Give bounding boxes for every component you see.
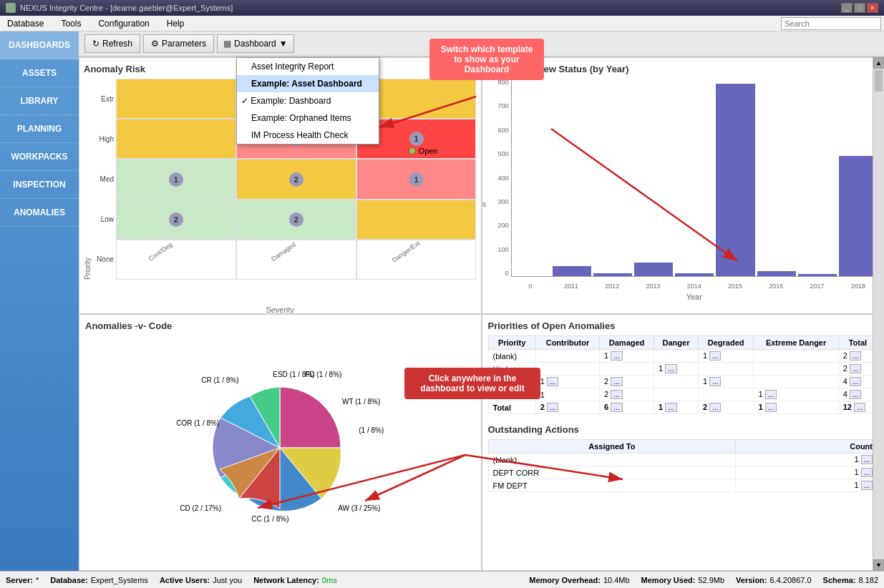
- pie-label-cd: CD (2 / 17%): [180, 504, 221, 512]
- count-btn[interactable]: ...: [861, 455, 873, 464]
- table-row: High 1 ... 2 ...: [488, 363, 878, 376]
- total-btn[interactable]: ...: [854, 403, 865, 412]
- menu-configuration[interactable]: Configuration: [94, 17, 153, 30]
- pie-label-wt: WT (1 / 8%): [342, 398, 380, 406]
- dropdown-item-asset-integrity[interactable]: Asset Integrity Report: [237, 58, 379, 75]
- status-server: Server: *: [6, 576, 39, 584]
- extreme-danger-cell: [754, 363, 838, 376]
- col-contributor: Contributor: [535, 336, 599, 350]
- count-btn[interactable]: ...: [861, 468, 873, 477]
- priority-cell: Medium: [488, 388, 535, 401]
- priorities-panel[interactable]: Priorities of Open Anomalies Priority Co…: [482, 314, 885, 571]
- total-cell: 12 ...: [838, 401, 877, 414]
- count-cell: 1 ...: [736, 466, 878, 479]
- sidebar-item-dashboards[interactable]: DASHBOARDS: [0, 31, 79, 59]
- sidebar-item-planning[interactable]: PLANNING: [0, 115, 79, 143]
- col-degraded: Degraded: [698, 336, 753, 350]
- pie-label-cr: CR (1 / 8%): [201, 376, 238, 384]
- app-body: DASHBOARDS ASSETS LIBRARY PLANNING WORKP…: [0, 31, 884, 571]
- assigned-to-cell: FM DEPT: [488, 479, 736, 492]
- total-btn[interactable]: ...: [850, 351, 861, 361]
- col-extreme-danger: Extreme Danger: [754, 336, 838, 350]
- degraded-btn[interactable]: ...: [709, 403, 721, 412]
- dropdown-item-orphaned-items[interactable]: Example: Orphaned Items: [237, 109, 379, 127]
- minimize-button[interactable]: _: [841, 3, 853, 13]
- refresh-icon: ↻: [92, 39, 99, 49]
- maximize-button[interactable]: □: [854, 3, 865, 13]
- parameters-icon: ⚙: [151, 39, 159, 49]
- scroll-down-button[interactable]: ▼: [873, 559, 884, 571]
- extreme-danger-cell: 1 ...: [754, 388, 838, 401]
- risk-cell: [116, 119, 236, 159]
- assigned-to-cell: (blank): [488, 454, 736, 466]
- damaged-btn[interactable]: ...: [611, 351, 622, 361]
- bar-2012: [593, 273, 632, 276]
- contributor-btn[interactable]: ...: [547, 403, 558, 412]
- refresh-button[interactable]: ↻ Refresh: [84, 34, 140, 53]
- pie-label-fd: FD (1 / 8%): [305, 371, 341, 378]
- bar-2017: [798, 274, 837, 276]
- priorities-table: Priority Contributor Damaged Danger Degr…: [488, 335, 878, 414]
- contributor-btn[interactable]: ...: [547, 377, 558, 386]
- pie-label-cor: COR (1 / 8%): [176, 419, 219, 427]
- dashboard-icon: ▦: [223, 39, 231, 49]
- sidebar-item-inspection[interactable]: INSPECTION: [0, 171, 79, 199]
- dashboard-dropdown-button[interactable]: ▦ Dashboard ▼: [217, 34, 294, 53]
- finding-review-title: Finding Review Status (by Year): [488, 64, 878, 74]
- table-row: DEPT CORR 1 ...: [488, 466, 878, 479]
- search-input[interactable]: [781, 17, 881, 30]
- table-row: Medium 1 2 ... 1 ... 4 ...: [488, 388, 878, 401]
- pie-chart-container: ESD (1 / 8%) FD (1 / 8%) WT (1 / 8%) (1 …: [85, 335, 475, 559]
- degraded-btn[interactable]: ...: [709, 377, 721, 386]
- x-axis-title: Year: [511, 293, 878, 301]
- damaged-cell: 1 ...: [600, 350, 654, 363]
- scroll-track: [873, 69, 884, 559]
- damaged-btn[interactable]: ...: [611, 403, 622, 412]
- sidebar-item-anomalies[interactable]: ANOMALIES: [0, 199, 79, 227]
- anomalies-code-panel[interactable]: Anomalies -v- Code: [79, 314, 482, 571]
- status-memory-used: Memory Used: 52.9Mb: [641, 576, 725, 584]
- total-btn[interactable]: ...: [850, 390, 861, 399]
- pie-chart-svg: [180, 369, 380, 526]
- bar-chart-bars: [511, 79, 878, 277]
- table-row: (blank) 1 ...: [488, 454, 878, 466]
- contributor-cell: 1: [535, 388, 599, 401]
- sidebar-item-workpacks[interactable]: WORKPACKS: [0, 143, 79, 171]
- damaged-btn[interactable]: ...: [611, 377, 622, 386]
- sidebar-item-library[interactable]: LIBRARY: [0, 87, 79, 115]
- menu-database[interactable]: Database: [3, 17, 48, 30]
- danger-cell: [654, 388, 699, 401]
- damaged-cell: 2 ...: [600, 388, 654, 401]
- degraded-cell: [698, 388, 753, 401]
- extreme-btn[interactable]: ...: [765, 403, 777, 412]
- col-count: Count: [736, 440, 878, 454]
- sidebar-item-assets[interactable]: ASSETS: [0, 59, 79, 87]
- main-content: ↻ Refresh ⚙ Parameters ▦ Dashboard ▼ Ass…: [79, 31, 884, 571]
- count-btn[interactable]: ...: [861, 481, 873, 490]
- menu-help[interactable]: Help: [162, 17, 189, 30]
- parameters-button[interactable]: ⚙ Parameters: [143, 34, 214, 53]
- col-total: Total: [838, 336, 877, 350]
- extreme-danger-cell: 1 ...: [754, 401, 838, 414]
- risk-cell: 2: [236, 200, 356, 240]
- table-row: FM DEPT 1 ...: [488, 479, 878, 492]
- total-btn[interactable]: ...: [850, 377, 861, 386]
- dropdown-item-example-dashboard[interactable]: Example: Dashboard: [237, 92, 379, 109]
- scrollbar-right[interactable]: ▲ ▼: [873, 57, 884, 571]
- extreme-danger-cell: [754, 350, 838, 363]
- dropdown-item-im-process[interactable]: IM Process Health Check: [237, 127, 379, 144]
- degraded-btn[interactable]: ...: [709, 351, 721, 361]
- priority-cell: (blank): [488, 350, 535, 363]
- dropdown-item-asset-dashboard[interactable]: Example: Asset Dashboard: [237, 75, 379, 92]
- close-button[interactable]: ✕: [867, 3, 878, 13]
- damaged-btn[interactable]: ...: [611, 390, 622, 399]
- extreme-btn[interactable]: ...: [765, 390, 777, 399]
- table-row: Low 1 ... 2 ... 1 ... 4 ...: [488, 376, 878, 388]
- total-btn[interactable]: ...: [850, 364, 861, 373]
- finding-review-panel[interactable]: Finding Review Status (by Year) 80070060…: [482, 57, 885, 314]
- risk-cell: 2: [236, 159, 356, 199]
- menu-tools[interactable]: Tools: [57, 17, 85, 30]
- danger-btn[interactable]: ...: [665, 403, 676, 412]
- scroll-up-button[interactable]: ▲: [873, 57, 884, 69]
- danger-btn[interactable]: ...: [665, 364, 676, 373]
